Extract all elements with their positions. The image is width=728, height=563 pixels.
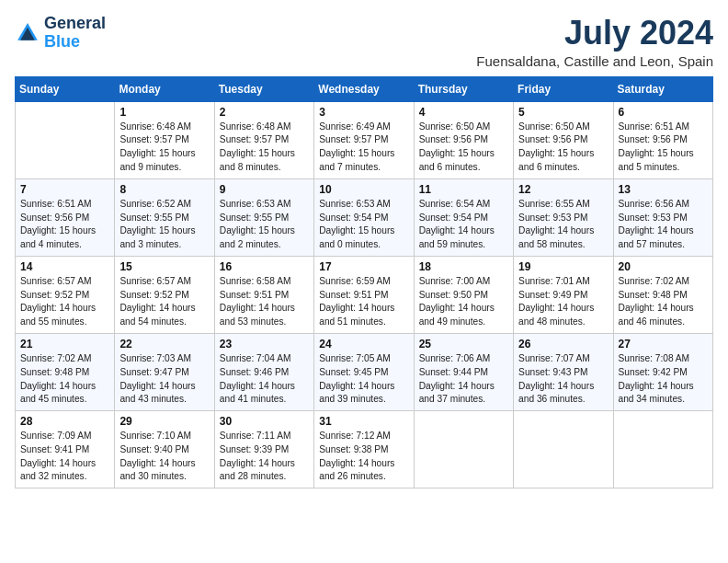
weekday-header-thursday: Thursday (414, 76, 513, 101)
calendar-week-1: 1Sunrise: 6:48 AMSunset: 9:57 PMDaylight… (16, 101, 713, 178)
calendar-cell: 14Sunrise: 6:57 AMSunset: 9:52 PMDayligh… (16, 256, 115, 333)
day-number: 22 (119, 338, 209, 350)
day-info: Sunrise: 7:07 AMSunset: 9:43 PMDaylight:… (518, 352, 608, 407)
day-number: 9 (220, 183, 309, 196)
calendar-cell: 19Sunrise: 7:01 AMSunset: 9:49 PMDayligh… (514, 256, 613, 333)
calendar-cell: 28Sunrise: 7:09 AMSunset: 9:41 PMDayligh… (16, 411, 115, 488)
day-number: 20 (619, 260, 708, 273)
page-header: General Blue July 2024 Fuensaldana, Cast… (15, 15, 713, 69)
calendar-cell: 15Sunrise: 6:57 AMSunset: 9:52 PMDayligh… (115, 256, 214, 333)
day-number: 19 (518, 260, 608, 273)
day-number: 7 (20, 183, 109, 196)
day-number: 14 (20, 260, 109, 273)
calendar-cell (613, 411, 712, 488)
day-number: 30 (220, 415, 309, 428)
day-info: Sunrise: 6:57 AMSunset: 9:52 PMDaylight:… (20, 275, 109, 329)
day-info: Sunrise: 6:48 AMSunset: 9:57 PMDaylight:… (220, 121, 309, 175)
day-info: Sunrise: 7:10 AMSunset: 9:40 PMDaylight:… (119, 430, 209, 484)
calendar-cell: 26Sunrise: 7:07 AMSunset: 9:43 PMDayligh… (514, 333, 613, 410)
day-number: 31 (319, 415, 408, 428)
calendar-cell: 20Sunrise: 7:02 AMSunset: 9:48 PMDayligh… (613, 256, 712, 333)
day-number: 6 (619, 106, 708, 119)
calendar-week-2: 7Sunrise: 6:51 AMSunset: 9:56 PMDaylight… (16, 178, 713, 256)
day-number: 5 (518, 106, 608, 119)
day-number: 3 (319, 106, 408, 119)
day-number: 13 (619, 183, 708, 196)
weekday-header-friday: Friday (514, 76, 613, 101)
calendar-week-5: 28Sunrise: 7:09 AMSunset: 9:41 PMDayligh… (16, 411, 713, 488)
day-info: Sunrise: 6:50 AMSunset: 9:56 PMDaylight:… (518, 121, 608, 175)
calendar-cell: 13Sunrise: 6:56 AMSunset: 9:53 PMDayligh… (613, 178, 712, 256)
calendar-cell: 30Sunrise: 7:11 AMSunset: 9:39 PMDayligh… (214, 411, 313, 488)
calendar-cell: 4Sunrise: 6:50 AMSunset: 9:56 PMDaylight… (414, 101, 513, 178)
calendar-cell: 7Sunrise: 6:51 AMSunset: 9:56 PMDaylight… (16, 178, 115, 256)
calendar-header-row: SundayMondayTuesdayWednesdayThursdayFrid… (16, 76, 713, 101)
title-block: July 2024 Fuensaldana, Castille and Leon… (476, 15, 713, 69)
day-number: 15 (119, 260, 209, 273)
logo-text-general: General (44, 15, 106, 33)
day-info: Sunrise: 6:57 AMSunset: 9:52 PMDaylight:… (119, 275, 209, 329)
day-info: Sunrise: 7:02 AMSunset: 9:48 PMDaylight:… (619, 275, 708, 329)
weekday-header-wednesday: Wednesday (314, 76, 414, 101)
day-number: 28 (20, 415, 109, 428)
day-info: Sunrise: 7:03 AMSunset: 9:47 PMDaylight:… (119, 352, 209, 407)
day-number: 2 (220, 106, 309, 119)
day-number: 29 (119, 415, 209, 428)
calendar-cell: 25Sunrise: 7:06 AMSunset: 9:44 PMDayligh… (414, 333, 513, 410)
day-info: Sunrise: 7:09 AMSunset: 9:41 PMDaylight:… (20, 430, 109, 484)
day-info: Sunrise: 6:56 AMSunset: 9:53 PMDaylight:… (619, 198, 708, 252)
logo-text-blue: Blue (44, 33, 106, 52)
day-number: 4 (419, 106, 508, 119)
calendar-cell (414, 411, 513, 488)
day-info: Sunrise: 7:05 AMSunset: 9:45 PMDaylight:… (319, 352, 408, 407)
calendar-cell (514, 411, 613, 488)
logo-blue-text: Blue (44, 32, 80, 51)
calendar-cell: 3Sunrise: 6:49 AMSunset: 9:57 PMDaylight… (314, 101, 414, 178)
day-info: Sunrise: 7:04 AMSunset: 9:46 PMDaylight:… (220, 352, 309, 407)
day-number: 10 (319, 183, 408, 196)
day-info: Sunrise: 7:02 AMSunset: 9:48 PMDaylight:… (20, 352, 109, 407)
calendar-cell: 16Sunrise: 6:58 AMSunset: 9:51 PMDayligh… (214, 256, 313, 333)
calendar-cell: 11Sunrise: 6:54 AMSunset: 9:54 PMDayligh… (414, 178, 513, 256)
calendar-table: SundayMondayTuesdayWednesdayThursdayFrid… (15, 76, 713, 489)
day-info: Sunrise: 7:06 AMSunset: 9:44 PMDaylight:… (419, 352, 508, 407)
day-info: Sunrise: 7:12 AMSunset: 9:38 PMDaylight:… (319, 430, 408, 484)
day-number: 21 (20, 338, 109, 350)
day-info: Sunrise: 6:53 AMSunset: 9:55 PMDaylight:… (220, 198, 309, 252)
calendar-cell: 24Sunrise: 7:05 AMSunset: 9:45 PMDayligh… (314, 333, 414, 410)
day-number: 8 (119, 183, 209, 196)
day-number: 17 (319, 260, 408, 273)
calendar-cell: 31Sunrise: 7:12 AMSunset: 9:38 PMDayligh… (314, 411, 414, 488)
location-subtitle: Fuensaldana, Castille and Leon, Spain (476, 53, 713, 69)
month-year-title: July 2024 (476, 15, 713, 52)
calendar-cell: 5Sunrise: 6:50 AMSunset: 9:56 PMDaylight… (514, 101, 613, 178)
weekday-header-saturday: Saturday (613, 76, 712, 101)
day-info: Sunrise: 6:54 AMSunset: 9:54 PMDaylight:… (419, 198, 508, 252)
calendar-cell: 21Sunrise: 7:02 AMSunset: 9:48 PMDayligh… (16, 333, 115, 410)
calendar-cell: 27Sunrise: 7:08 AMSunset: 9:42 PMDayligh… (613, 333, 712, 410)
calendar-cell: 18Sunrise: 7:00 AMSunset: 9:50 PMDayligh… (414, 256, 513, 333)
day-number: 18 (419, 260, 508, 273)
day-info: Sunrise: 7:00 AMSunset: 9:50 PMDaylight:… (419, 275, 508, 329)
day-info: Sunrise: 6:49 AMSunset: 9:57 PMDaylight:… (319, 121, 408, 175)
day-info: Sunrise: 7:01 AMSunset: 9:49 PMDaylight:… (518, 275, 608, 329)
calendar-cell: 8Sunrise: 6:52 AMSunset: 9:55 PMDaylight… (115, 178, 214, 256)
day-info: Sunrise: 6:48 AMSunset: 9:57 PMDaylight:… (119, 121, 209, 175)
calendar-cell: 9Sunrise: 6:53 AMSunset: 9:55 PMDaylight… (214, 178, 313, 256)
day-number: 23 (220, 338, 309, 350)
calendar-cell (16, 101, 115, 178)
calendar-cell: 12Sunrise: 6:55 AMSunset: 9:53 PMDayligh… (514, 178, 613, 256)
day-info: Sunrise: 6:51 AMSunset: 9:56 PMDaylight:… (20, 198, 109, 252)
calendar-week-3: 14Sunrise: 6:57 AMSunset: 9:52 PMDayligh… (16, 256, 713, 333)
day-number: 11 (419, 183, 508, 196)
calendar-cell: 29Sunrise: 7:10 AMSunset: 9:40 PMDayligh… (115, 411, 214, 488)
weekday-header-sunday: Sunday (16, 76, 115, 101)
day-info: Sunrise: 6:58 AMSunset: 9:51 PMDaylight:… (220, 275, 309, 329)
calendar-cell: 2Sunrise: 6:48 AMSunset: 9:57 PMDaylight… (214, 101, 313, 178)
day-info: Sunrise: 7:08 AMSunset: 9:42 PMDaylight:… (619, 352, 708, 407)
day-number: 24 (319, 338, 408, 350)
calendar-week-4: 21Sunrise: 7:02 AMSunset: 9:48 PMDayligh… (16, 333, 713, 410)
day-number: 25 (419, 338, 508, 350)
calendar-cell: 22Sunrise: 7:03 AMSunset: 9:47 PMDayligh… (115, 333, 214, 410)
day-info: Sunrise: 7:11 AMSunset: 9:39 PMDaylight:… (220, 430, 309, 484)
